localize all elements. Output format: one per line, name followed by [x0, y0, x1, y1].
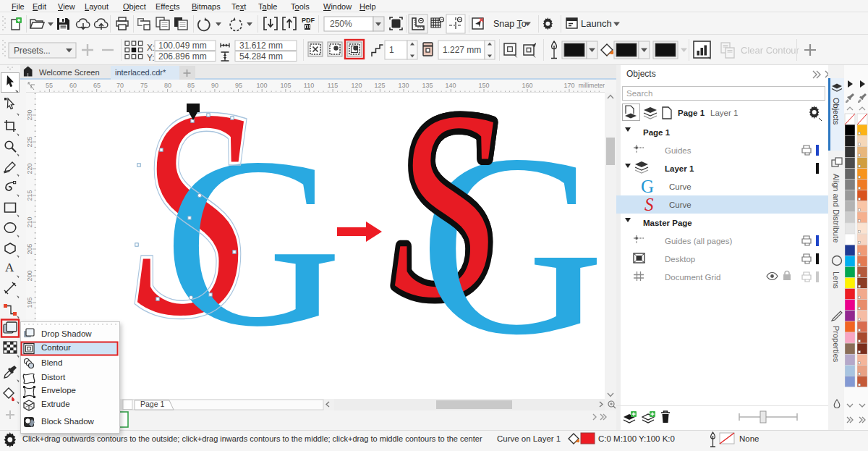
svg-text:Snap To: Snap To [493, 19, 527, 29]
svg-text:Properties: Properties [832, 326, 841, 363]
svg-text:Blend: Blend [41, 358, 62, 367]
svg-text:210: 210 [26, 216, 33, 227]
svg-text:Click+drag outwards contours t: Click+drag outwards contours to the outs… [22, 434, 482, 443]
svg-text:1.227 mm: 1.227 mm [443, 45, 481, 55]
svg-text:Align and Distribute: Align and Distribute [832, 174, 841, 243]
svg-text:115: 115 [328, 82, 338, 89]
svg-text:225: 225 [26, 136, 33, 147]
svg-text:220: 220 [26, 163, 33, 174]
svg-text:Desktop: Desktop [665, 255, 695, 264]
svg-text:65: 65 [93, 82, 101, 89]
svg-text:250%: 250% [330, 19, 352, 29]
svg-text:31.612 mm: 31.612 mm [239, 41, 283, 51]
svg-text:Drop Shadow: Drop Shadow [41, 329, 92, 338]
svg-text:Layer 1: Layer 1 [710, 109, 738, 117]
svg-text:215: 215 [26, 190, 33, 201]
svg-text:95: 95 [235, 82, 242, 89]
svg-text:80: 80 [164, 82, 171, 89]
svg-text:Document Grid: Document Grid [665, 273, 720, 282]
svg-text:Layer 1: Layer 1 [665, 164, 694, 173]
svg-text:105: 105 [280, 82, 291, 89]
svg-text:Curve: Curve [669, 182, 692, 191]
svg-text:160: 160 [522, 82, 532, 89]
svg-text:S: S [644, 195, 654, 214]
svg-text:100: 100 [256, 82, 267, 89]
svg-text:54.284 mm: 54.284 mm [239, 51, 283, 62]
svg-text:Page 1: Page 1 [678, 109, 705, 117]
svg-text:PDF: PDF [302, 17, 315, 24]
svg-text:125: 125 [374, 82, 385, 89]
svg-text:X:: X: [147, 43, 155, 53]
svg-text:Guides: Guides [665, 146, 692, 155]
svg-text:Guides (all pages): Guides (all pages) [665, 237, 732, 245]
svg-text:millimeters: millimeters [579, 82, 605, 89]
svg-text:200: 200 [26, 270, 33, 281]
svg-text:None: None [739, 434, 760, 443]
svg-text:205: 205 [26, 243, 33, 254]
svg-text:110: 110 [304, 82, 314, 89]
svg-text:Objects: Objects [626, 69, 656, 79]
svg-text:55: 55 [46, 82, 53, 89]
svg-text:Page 1: Page 1 [140, 400, 164, 408]
svg-text:G: G [641, 177, 654, 196]
svg-text:interlaced.cdr*: interlaced.cdr* [115, 68, 166, 77]
svg-text:Curve on Layer 1: Curve on Layer 1 [497, 434, 561, 443]
svg-text:195: 195 [26, 297, 33, 308]
svg-text:206.896 mm: 206.896 mm [158, 51, 207, 62]
svg-text:Objects: Objects [832, 98, 841, 125]
svg-text:Clear Contour: Clear Contour [741, 45, 800, 56]
svg-text:Extrude: Extrude [41, 400, 70, 408]
svg-text:Launch: Launch [581, 18, 612, 29]
svg-text:230: 230 [26, 109, 33, 120]
svg-text:90: 90 [211, 82, 218, 89]
svg-text:Page 1: Page 1 [643, 128, 671, 137]
svg-text:140: 140 [445, 82, 456, 89]
svg-text:Envelope: Envelope [41, 386, 76, 395]
svg-text:130: 130 [398, 82, 409, 89]
svg-text:150: 150 [478, 82, 489, 89]
svg-text:135: 135 [422, 82, 433, 89]
svg-text:170: 170 [563, 82, 574, 89]
svg-text:1: 1 [389, 45, 394, 55]
svg-text:85: 85 [187, 82, 195, 89]
svg-text:Presets...: Presets... [14, 46, 51, 56]
svg-text:A: A [5, 261, 14, 274]
svg-text:Master Page: Master Page [643, 219, 692, 227]
svg-text:Distort: Distort [41, 373, 66, 382]
svg-text:60: 60 [69, 82, 77, 89]
svg-text:75: 75 [140, 82, 148, 89]
svg-text:Welcome Screen: Welcome Screen [39, 68, 100, 77]
svg-text:100.049 mm: 100.049 mm [158, 41, 207, 51]
svg-text:Search: Search [626, 89, 652, 98]
svg-text:Y:: Y: [147, 53, 155, 63]
svg-text:Contour: Contour [41, 343, 71, 352]
svg-text:Curve: Curve [669, 201, 692, 209]
svg-text:Lens: Lens [832, 271, 841, 289]
svg-text:70: 70 [116, 82, 124, 89]
svg-text:Block Shadow: Block Shadow [41, 417, 95, 426]
svg-text:C:0 M:100 Y:100 K:0: C:0 M:100 Y:100 K:0 [598, 434, 675, 443]
svg-text:120: 120 [351, 82, 362, 89]
